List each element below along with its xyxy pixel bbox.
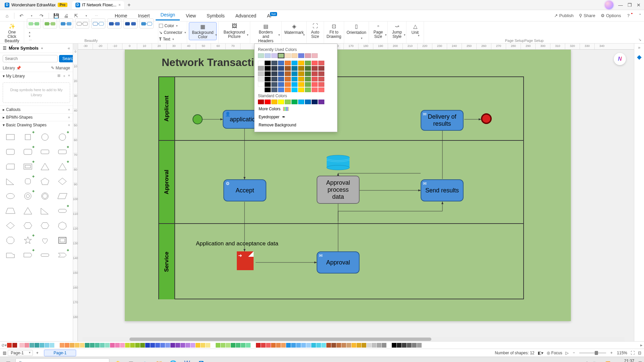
shape-tab[interactable] bbox=[3, 249, 18, 261]
theme-color-swatch[interactable] bbox=[278, 71, 284, 76]
color-swatch[interactable] bbox=[135, 343, 140, 348]
ai-panel-icon[interactable]: ◆ bbox=[637, 53, 642, 61]
page-size-dd[interactable]: ▾ bbox=[385, 33, 387, 37]
theme-color-swatch[interactable] bbox=[265, 66, 271, 71]
clock[interactable]: 21:3720-01-2024 bbox=[614, 359, 634, 362]
shape-ring[interactable] bbox=[55, 131, 70, 143]
shape-hexagon-2[interactable] bbox=[38, 219, 53, 232]
shape-square[interactable] bbox=[20, 131, 36, 143]
color-swatch[interactable] bbox=[417, 343, 422, 348]
color-swatch[interactable] bbox=[85, 343, 90, 348]
theme-color-swatch[interactable] bbox=[278, 82, 284, 87]
options-button[interactable]: ⚙ Options bbox=[601, 13, 621, 18]
color-swatch[interactable] bbox=[392, 343, 396, 348]
shape-parallelogram[interactable] bbox=[55, 190, 70, 202]
lead-swatch[interactable] bbox=[7, 343, 12, 348]
color-swatch[interactable] bbox=[60, 343, 64, 348]
color-swatch[interactable] bbox=[100, 343, 105, 348]
theme-color-swatch[interactable] bbox=[298, 87, 304, 92]
add-icon[interactable]: ＋ bbox=[62, 73, 66, 78]
theme-color-swatch[interactable] bbox=[285, 77, 291, 81]
section-my-library[interactable]: ▾My Library ⊞＋× bbox=[0, 72, 73, 80]
theme-color-swatch[interactable] bbox=[258, 61, 264, 65]
taskbar-app-1[interactable]: 🧀 bbox=[110, 358, 123, 362]
theme-color-swatch[interactable] bbox=[271, 87, 277, 92]
theme-color-swatch[interactable] bbox=[312, 87, 318, 92]
color-swatch[interactable] bbox=[291, 343, 296, 348]
theme-color-swatch[interactable] bbox=[278, 61, 284, 65]
database-shape[interactable] bbox=[326, 155, 350, 169]
std-blue[interactable] bbox=[305, 100, 311, 104]
no-fill-icon[interactable]: ⊘▾ bbox=[1, 343, 7, 348]
shape-pentagon[interactable] bbox=[38, 175, 53, 188]
shape-heptagon[interactable] bbox=[55, 219, 70, 232]
expand-right-panel-icon[interactable]: » bbox=[638, 45, 640, 50]
shape-right-triangle[interactable] bbox=[3, 175, 18, 188]
color-swatch[interactable] bbox=[326, 343, 331, 348]
color-swatch[interactable] bbox=[105, 343, 110, 348]
theme-color-swatch[interactable] bbox=[305, 82, 311, 87]
color-swatch[interactable] bbox=[115, 343, 120, 348]
swimlane-container[interactable]: Applicant Approval Service bbox=[158, 76, 524, 299]
unit-button[interactable]: △ Unit bbox=[409, 22, 421, 36]
std-lightblue[interactable] bbox=[298, 100, 304, 104]
end-event[interactable] bbox=[481, 113, 492, 124]
edrawmax-taskbar-icon[interactable]: D bbox=[195, 358, 208, 362]
menu-advanced[interactable]: Advanced bbox=[231, 12, 261, 20]
shape-iso-triangle[interactable] bbox=[20, 204, 36, 217]
close-bpmn-icon[interactable]: × bbox=[68, 115, 70, 119]
maximize-button[interactable]: ❐ bbox=[628, 2, 632, 8]
theme-color-swatch[interactable] bbox=[278, 66, 284, 71]
color-swatch[interactable] bbox=[387, 343, 391, 348]
jump-dd[interactable]: ▾ bbox=[404, 33, 406, 37]
edge-icon[interactable]: ◉ bbox=[138, 358, 152, 362]
color-swatch[interactable] bbox=[261, 343, 266, 348]
theme-color-swatch[interactable] bbox=[318, 77, 324, 81]
shape-rectangle[interactable] bbox=[3, 131, 18, 143]
theme-color-swatch[interactable] bbox=[298, 66, 304, 71]
shape-stadium[interactable] bbox=[55, 204, 70, 217]
add-tab-button[interactable]: + bbox=[127, 2, 130, 8]
recent-color-9[interactable] bbox=[312, 53, 318, 58]
color-swatch[interactable] bbox=[246, 343, 251, 348]
color-swatch[interactable] bbox=[382, 343, 386, 348]
orientation-dd[interactable]: ▾ bbox=[361, 37, 363, 40]
color-swatch[interactable] bbox=[236, 343, 240, 348]
color-swatch[interactable] bbox=[211, 343, 215, 348]
color-swatch[interactable] bbox=[90, 343, 95, 348]
theme-color-swatch[interactable] bbox=[265, 71, 271, 76]
color-swatch[interactable] bbox=[45, 343, 49, 348]
color-swatch[interactable] bbox=[367, 343, 371, 348]
collapse-panel-icon[interactable]: « bbox=[68, 46, 70, 51]
shape-triangle[interactable] bbox=[38, 160, 53, 173]
theme-color-swatch[interactable] bbox=[318, 87, 324, 92]
theme-color-swatch[interactable] bbox=[298, 61, 304, 65]
color-swatch[interactable] bbox=[402, 343, 407, 348]
theme-color-swatch[interactable] bbox=[258, 66, 264, 71]
menu-ai[interactable]: AIhot bbox=[262, 12, 283, 20]
theme-color-swatch[interactable] bbox=[298, 77, 304, 81]
more-colors-item[interactable]: More Colors bbox=[258, 105, 334, 113]
box-send-results[interactable]: ✉ Send results bbox=[421, 179, 464, 201]
color-swatch[interactable] bbox=[130, 343, 135, 348]
auto-size-button[interactable]: ⛶ Auto Size bbox=[308, 22, 322, 40]
theme-color-swatch[interactable] bbox=[265, 82, 271, 87]
color-swatch[interactable] bbox=[170, 343, 175, 348]
color-swatch[interactable] bbox=[150, 343, 155, 348]
connector-dropdown[interactable]: ↘Connector▾ bbox=[157, 29, 188, 36]
symbol-search-input[interactable] bbox=[3, 55, 58, 62]
color-swatch[interactable] bbox=[24, 343, 29, 348]
theme-color-swatch[interactable] bbox=[291, 61, 298, 65]
color-swatch[interactable] bbox=[311, 343, 316, 348]
chrome-icon[interactable]: 🌐 bbox=[166, 358, 180, 362]
color-swatch[interactable] bbox=[357, 343, 361, 348]
theme-thumb-8[interactable] bbox=[140, 18, 154, 28]
user-avatar[interactable] bbox=[605, 1, 613, 9]
theme-color-swatch[interactable] bbox=[318, 61, 324, 65]
theme-color-swatch[interactable] bbox=[305, 87, 311, 92]
watermark-button[interactable]: ◈ Watermark bbox=[281, 22, 306, 36]
lead-swatch[interactable] bbox=[12, 343, 17, 348]
std-purple[interactable] bbox=[318, 100, 324, 104]
theme-color-swatch[interactable] bbox=[278, 77, 284, 81]
recent-color-1[interactable] bbox=[258, 53, 264, 58]
